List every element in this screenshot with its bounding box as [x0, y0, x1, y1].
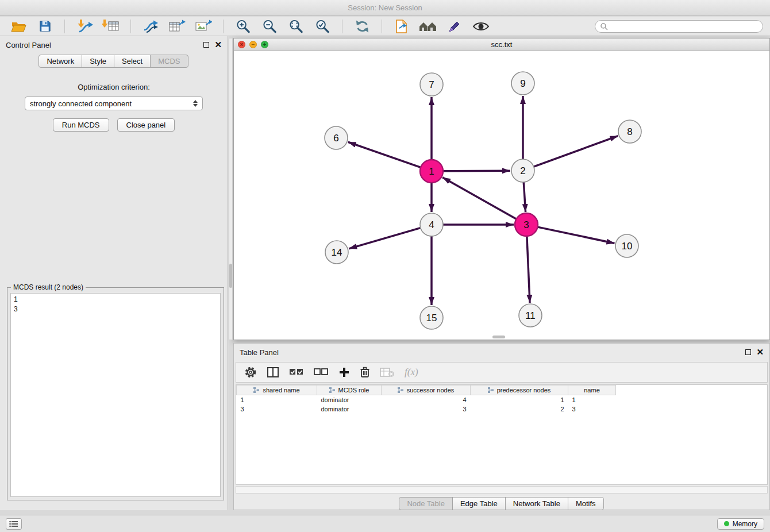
node-3[interactable]: 3: [515, 213, 538, 236]
table-horizontal-scrollbar[interactable]: [236, 486, 768, 494]
node-2[interactable]: 2: [511, 159, 534, 182]
cell-name[interactable]: 3: [568, 404, 616, 414]
edge-4-14[interactable]: [349, 228, 421, 249]
cell-shared-name[interactable]: 3: [237, 404, 317, 414]
tab-motifs[interactable]: Motifs: [568, 497, 604, 510]
node-10[interactable]: 10: [615, 234, 638, 257]
tab-node-table[interactable]: Node Table: [399, 497, 453, 510]
table-row[interactable]: 1 dominator 4 1 1: [237, 395, 616, 405]
select-all-button[interactable]: [289, 367, 304, 378]
export-document-button[interactable]: [390, 18, 413, 35]
network-horizontal-scrollbar[interactable]: [492, 336, 505, 338]
zoom-in-button[interactable]: [232, 18, 255, 35]
cell-name[interactable]: 1: [568, 395, 616, 405]
float-panel-icon[interactable]: [203, 42, 209, 48]
function-builder-button[interactable]: f(x): [405, 367, 418, 378]
search-icon: [600, 22, 608, 30]
column-header-shared-name[interactable]: shared name: [237, 385, 317, 395]
node-8[interactable]: 8: [618, 120, 641, 143]
column-header-name[interactable]: name: [568, 385, 616, 395]
plus-icon: [338, 367, 350, 378]
node-11[interactable]: 11: [519, 304, 542, 327]
export-image-button[interactable]: [192, 18, 215, 35]
node-6[interactable]: 6: [325, 126, 348, 149]
cell-mcds-role[interactable]: dominator: [317, 404, 382, 414]
cell-predecessor-nodes[interactable]: 1: [471, 395, 568, 405]
column-header-mcds-role[interactable]: MCDS role: [317, 385, 382, 395]
tab-network-table[interactable]: Network Table: [505, 497, 568, 510]
cell-shared-name[interactable]: 1: [237, 395, 317, 405]
tab-select[interactable]: Select: [114, 55, 151, 68]
window-close-icon[interactable]: ×: [238, 41, 245, 48]
node-15[interactable]: 15: [420, 306, 443, 329]
node-4[interactable]: 4: [420, 213, 443, 236]
column-header-successor-nodes[interactable]: successor nodes: [382, 385, 471, 395]
edge-1-2[interactable]: [443, 171, 510, 171]
status-bar: Memory: [0, 515, 770, 532]
tab-edge-table[interactable]: Edge Table: [452, 497, 506, 510]
delete-table-button[interactable]: [380, 367, 395, 378]
add-row-button[interactable]: [338, 367, 350, 378]
cell-successor-nodes[interactable]: 3: [382, 404, 471, 414]
search-box[interactable]: [595, 20, 763, 33]
task-history-button[interactable]: [6, 518, 22, 530]
memory-button[interactable]: Memory: [717, 518, 764, 530]
deselect-all-button[interactable]: [314, 367, 329, 378]
network-vertical-scrollbar[interactable]: [229, 38, 233, 340]
delete-row-button[interactable]: [360, 367, 370, 378]
cell-mcds-role[interactable]: dominator: [317, 395, 382, 405]
window-minimize-icon[interactable]: −: [249, 41, 257, 48]
export-table-button[interactable]: [165, 18, 188, 35]
svg-text:10: 10: [622, 241, 633, 252]
edge-1-6[interactable]: [348, 142, 421, 167]
table-settings-button[interactable]: [244, 366, 257, 379]
save-session-button[interactable]: [33, 18, 56, 35]
cell-successor-nodes[interactable]: 4: [382, 395, 471, 405]
eye-button[interactable]: [469, 18, 492, 35]
home-overview-button[interactable]: [417, 18, 440, 35]
node-14[interactable]: 14: [325, 241, 348, 264]
tab-network[interactable]: Network: [38, 55, 82, 68]
edge-3-11[interactable]: [527, 236, 530, 303]
edge-3-10[interactable]: [538, 227, 615, 243]
toolbar-separator: [342, 20, 342, 33]
zoom-fit-button[interactable]: [284, 18, 307, 35]
open-session-button[interactable]: [7, 18, 30, 35]
export-document-icon: [394, 19, 409, 34]
tab-style[interactable]: Style: [82, 55, 114, 68]
close-panel-icon[interactable]: ✕: [214, 42, 222, 48]
edge-2-3[interactable]: [523, 182, 525, 212]
tab-mcds[interactable]: MCDS: [150, 55, 188, 68]
import-table-button[interactable]: [99, 18, 122, 35]
import-network-button[interactable]: [73, 18, 96, 35]
run-mcds-button[interactable]: Run MCDS: [53, 118, 109, 132]
style-brush-button[interactable]: [443, 18, 466, 35]
export-table-icon: [168, 19, 186, 34]
edge-2-8[interactable]: [534, 136, 618, 167]
close-panel-button[interactable]: Close panel: [117, 118, 175, 132]
mcds-result-text[interactable]: 1 3: [10, 293, 221, 497]
node-1[interactable]: 1: [420, 160, 443, 183]
zoom-selected-button[interactable]: [311, 18, 334, 35]
eye-icon: [472, 20, 490, 33]
export-network-button[interactable]: [139, 18, 162, 35]
svg-text:8: 8: [627, 126, 632, 137]
window-zoom-icon[interactable]: +: [261, 41, 268, 48]
trash-icon: [360, 367, 370, 378]
column-header-predecessor-nodes[interactable]: predecessor nodes: [471, 385, 568, 395]
edge-3-1[interactable]: [442, 178, 516, 219]
close-panel-icon[interactable]: ✕: [756, 349, 764, 355]
network-canvas[interactable]: 1234678910111415: [234, 51, 769, 340]
refresh-button[interactable]: [351, 18, 374, 35]
node-9[interactable]: 9: [511, 72, 534, 95]
table-row[interactable]: 3 dominator 3 2 3: [237, 404, 616, 414]
show-columns-button[interactable]: [267, 367, 279, 378]
svg-text:7: 7: [429, 79, 434, 90]
float-panel-icon[interactable]: [745, 349, 751, 355]
svg-text:15: 15: [426, 313, 437, 323]
zoom-out-button[interactable]: [258, 18, 281, 35]
criterion-dropdown[interactable]: strongly connected component: [25, 97, 203, 110]
search-input[interactable]: [611, 22, 758, 30]
node-7[interactable]: 7: [420, 73, 443, 96]
cell-predecessor-nodes[interactable]: 2: [471, 404, 568, 414]
